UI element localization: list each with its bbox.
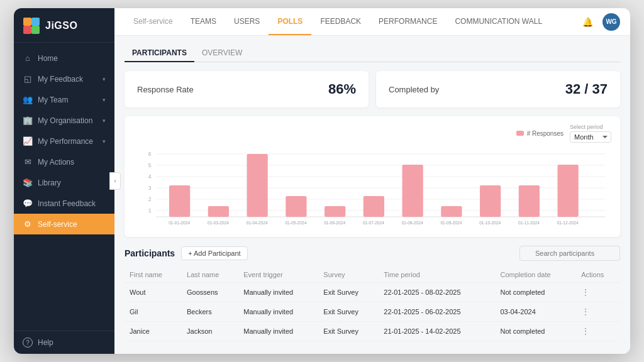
svg-text:3: 3 xyxy=(148,185,152,191)
sidebar-item-my-team[interactable]: 👥 My Team ▾ xyxy=(14,89,114,110)
col-actions: Actions xyxy=(576,267,620,283)
help-label: Help xyxy=(38,338,53,347)
col-event-trigger: Event trigger xyxy=(238,267,318,283)
app-window: JiGSO ⌂ Home ◱ My Feedback ▾ 👥 My Team xyxy=(14,8,630,354)
sidebar-item-my-performance[interactable]: 📈 My Performance ▾ xyxy=(14,131,114,151)
add-participant-button[interactable]: + Add Participant xyxy=(181,246,247,260)
tab-teams[interactable]: TEAMS xyxy=(182,8,225,35)
table-row: Janice Jackson Manually invited Exit Sur… xyxy=(125,322,620,341)
sidebar-item-my-actions-label: My Actions xyxy=(38,158,74,167)
sidebar-item-home-label: Home xyxy=(38,54,58,63)
subtab-overview[interactable]: OVERVIEW xyxy=(194,45,250,62)
help-icon: ? xyxy=(23,337,33,348)
sidebar-item-self-service[interactable]: ⚙ Self-service xyxy=(14,214,114,234)
sidebar-item-self-service-label: Self-service xyxy=(38,220,77,229)
col-time-period: Time period xyxy=(379,267,495,283)
chevron-down-icon-2: ▾ xyxy=(103,97,106,103)
tab-communication-wall[interactable]: COMMUNICATION WALL xyxy=(446,8,551,35)
avatar[interactable]: WG xyxy=(602,13,620,31)
sidebar-item-instant-feedback[interactable]: 💬 Instant Feedback xyxy=(14,193,114,214)
tab-polls[interactable]: POLLS xyxy=(269,8,311,35)
main-content: Self-service TEAMS USERS POLLS FEEDBACK … xyxy=(114,8,630,354)
sidebar-item-my-feedback[interactable]: ◱ My Feedback ▾ xyxy=(14,69,114,89)
svg-rect-1 xyxy=(31,18,40,26)
cell-actions[interactable]: ⋮ xyxy=(576,302,620,322)
svg-rect-27 xyxy=(364,196,384,217)
team-icon: 👥 xyxy=(23,95,33,104)
svg-rect-19 xyxy=(208,206,229,217)
tab-self-service-breadcrumb[interactable]: Self-service xyxy=(125,8,182,35)
cell-completion-date: Not completed xyxy=(496,283,577,302)
tab-users[interactable]: USERS xyxy=(225,8,269,35)
svg-text:01-03-2024: 01-03-2024 xyxy=(208,221,229,225)
sidebar-item-home[interactable]: ⌂ Home xyxy=(14,48,114,69)
notifications-icon[interactable]: 🔔 xyxy=(579,13,596,31)
svg-rect-0 xyxy=(23,18,31,26)
top-nav-right: 🔔 WG xyxy=(579,13,620,31)
svg-rect-25 xyxy=(325,206,345,217)
period-selector: Select period Month Week Quarter Year xyxy=(570,124,611,143)
cell-first-name: Wout xyxy=(125,283,182,302)
col-survey: Survey xyxy=(318,267,379,283)
cell-actions[interactable]: ⋮ xyxy=(576,322,620,341)
period-select[interactable]: Month Week Quarter Year xyxy=(570,131,611,143)
actions-menu-icon[interactable]: ⋮ xyxy=(581,287,591,297)
completed-by-value: 32 / 37 xyxy=(565,81,608,97)
cell-actions[interactable]: ⋮ xyxy=(576,283,620,302)
svg-text:01-12-2024: 01-12-2024 xyxy=(557,221,579,225)
cell-survey: Exit Survey xyxy=(318,283,379,302)
library-icon: 📚 xyxy=(23,178,33,187)
cell-time-period: 21-01-2025 - 14-02-2025 xyxy=(379,322,495,341)
chevron-down-icon-3: ▾ xyxy=(103,118,106,124)
participants-tbody: Wout Goossens Manually invited Exit Surv… xyxy=(125,283,620,341)
svg-text:01-08-2024: 01-08-2024 xyxy=(402,221,423,225)
organisation-icon: 🏢 xyxy=(23,116,33,125)
actions-menu-icon[interactable]: ⋮ xyxy=(581,307,591,317)
tab-feedback[interactable]: FEEDBACK xyxy=(311,8,370,35)
cell-last-name: Goossens xyxy=(182,283,238,302)
chart-card: # Responses Select period Month Week Qua… xyxy=(125,116,620,237)
sidebar-collapse-button[interactable]: ‹ xyxy=(109,172,121,190)
home-icon: ⌂ xyxy=(23,53,33,63)
period-label: Select period xyxy=(570,124,611,130)
response-rate-card: Response Rate 86% xyxy=(125,71,369,107)
svg-text:01-04-2024: 01-04-2024 xyxy=(247,221,268,225)
sub-tabs: PARTICIPANTS OVERVIEW xyxy=(125,45,620,62)
cell-event-trigger: Manually invited xyxy=(238,283,318,302)
search-participants-input[interactable] xyxy=(519,246,620,261)
cell-last-name: Jackson xyxy=(182,322,238,341)
performance-icon: 📈 xyxy=(23,136,33,146)
svg-rect-29 xyxy=(402,165,423,217)
participants-table: First name Last name Event trigger Surve… xyxy=(125,267,620,341)
sidebar-item-library[interactable]: 📚 Library xyxy=(14,172,114,193)
sidebar-item-library-label: Library xyxy=(38,178,61,187)
table-header: First name Last name Event trigger Surve… xyxy=(125,267,620,283)
svg-text:4: 4 xyxy=(148,173,152,180)
svg-rect-31 xyxy=(441,206,462,217)
table-row: Gil Beckers Manually invited Exit Survey… xyxy=(125,302,620,322)
table-row: Wout Goossens Manually invited Exit Surv… xyxy=(125,283,620,302)
svg-rect-2 xyxy=(23,26,31,34)
legend-dot xyxy=(516,131,524,136)
svg-text:01-01-2024: 01-01-2024 xyxy=(169,221,190,225)
sidebar-item-my-organisation-label: My Organisation xyxy=(38,116,92,125)
chart-legend: # Responses xyxy=(516,130,564,137)
col-first-name: First name xyxy=(125,267,182,283)
chevron-down-icon-4: ▾ xyxy=(103,138,106,145)
cell-completion-date: 03-04-2024 xyxy=(496,302,577,322)
sidebar-item-my-actions[interactable]: ✉ My Actions xyxy=(14,151,114,172)
actions-menu-icon[interactable]: ⋮ xyxy=(581,326,591,336)
logo: JiGSO xyxy=(14,8,114,43)
tab-performance[interactable]: PERFORMANCE xyxy=(370,8,446,35)
sidebar-item-my-team-label: My Team xyxy=(38,96,68,104)
svg-rect-3 xyxy=(31,26,40,34)
sidebar: JiGSO ⌂ Home ◱ My Feedback ▾ 👥 My Team xyxy=(14,8,114,354)
sidebar-item-my-organisation[interactable]: 🏢 My Organisation ▾ xyxy=(14,110,114,131)
help-item[interactable]: ? Help xyxy=(23,337,106,348)
subtab-participants[interactable]: PARTICIPANTS xyxy=(125,45,194,62)
cell-first-name: Gil xyxy=(125,302,182,322)
svg-rect-33 xyxy=(480,185,501,217)
cell-event-trigger: Manually invited xyxy=(238,322,318,341)
svg-text:01-09-2024: 01-09-2024 xyxy=(440,221,462,225)
feedback-icon: ◱ xyxy=(23,74,33,84)
